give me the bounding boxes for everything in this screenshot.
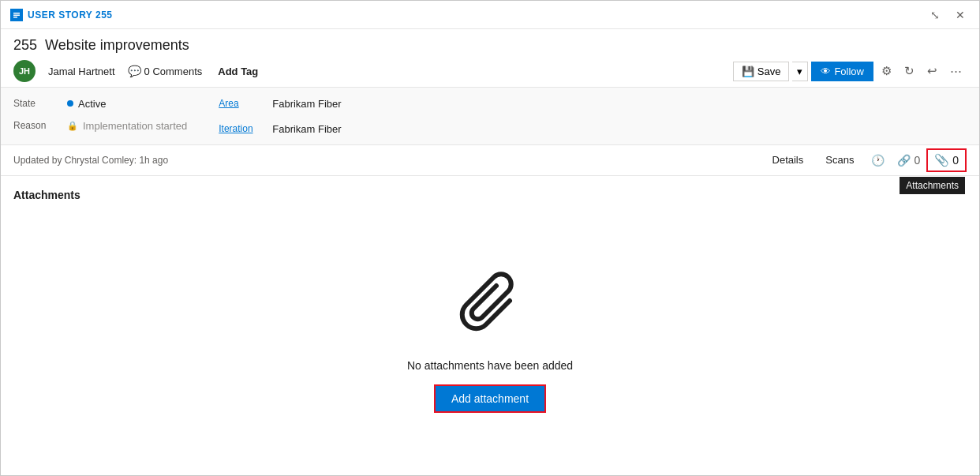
- fields-row: State Active Reason 🔒 Implementation sta…: [1, 88, 979, 145]
- follow-label: Follow: [834, 66, 864, 77]
- history-icon: 🕐: [871, 154, 885, 167]
- save-label: Save: [757, 66, 781, 77]
- comments-count: 0 Comments: [144, 66, 203, 77]
- attachments-tooltip: Attachments: [900, 177, 965, 194]
- empty-text: No attachments have been added: [407, 359, 573, 372]
- follow-button[interactable]: 👁 Follow: [811, 62, 873, 81]
- refresh-button[interactable]: ↻: [900, 61, 919, 81]
- title-bar-controls: ⤡ ✕: [926, 7, 970, 23]
- window: USER STORY 255 ⤡ ✕ 255 Website improveme…: [0, 0, 980, 476]
- svg-rect-2: [13, 14, 20, 16]
- comments-link[interactable]: 💬 0 Comments: [128, 65, 203, 77]
- story-icon: [10, 9, 23, 21]
- username: Jamal Hartnett: [48, 66, 115, 77]
- paperclip-icon: 📎: [934, 153, 949, 167]
- area-section: Area Fabrikam Fiber Iteration Fabrikam F…: [219, 88, 341, 144]
- area-label[interactable]: Area: [219, 98, 266, 109]
- save-dropdown-button[interactable]: ▾: [792, 62, 808, 81]
- state-row: State Active: [13, 92, 187, 114]
- history-tab[interactable]: 🕐: [865, 149, 891, 171]
- main-header: 255 Website improvements JH Jamal Hartne…: [1, 29, 979, 88]
- attachments-count: 0: [952, 154, 959, 167]
- iteration-label[interactable]: Iteration: [219, 123, 266, 134]
- reason-text: Implementation started: [83, 120, 187, 132]
- tab-details[interactable]: Details: [761, 149, 815, 172]
- save-button[interactable]: 💾 Save: [733, 62, 790, 81]
- tab-scans[interactable]: Scans: [814, 149, 865, 172]
- tab-header-row: Updated by Chrystal Comley: 1h ago Detai…: [1, 145, 979, 176]
- story-number: 255: [13, 37, 37, 54]
- reason-label: Reason: [13, 120, 61, 131]
- state-label: State: [13, 98, 61, 109]
- settings-button[interactable]: ⚙: [877, 61, 896, 81]
- reason-row: Reason 🔒 Implementation started: [13, 114, 187, 137]
- attachments-tab[interactable]: 📎 0 Attachments: [926, 148, 967, 172]
- state-value: Active: [67, 98, 106, 110]
- links-tab[interactable]: 🔗 0: [891, 149, 926, 171]
- iteration-row: Iteration Fabrikam Fiber: [219, 118, 341, 140]
- user-left: JH Jamal Hartnett 💬 0 Comments Add Tag: [13, 60, 261, 82]
- lock-icon: 🔒: [67, 121, 78, 131]
- eye-icon: 👁: [821, 66, 831, 77]
- svg-rect-1: [13, 13, 20, 14]
- story-name: Website improvements: [45, 37, 189, 54]
- attachment-empty-state: No attachments have been added Add attac…: [13, 217, 967, 463]
- link-icon: 🔗: [897, 154, 911, 167]
- state-text: Active: [78, 98, 106, 110]
- more-options-button[interactable]: ⋯: [945, 61, 967, 81]
- attachments-heading: Attachments: [13, 189, 80, 201]
- undo-button[interactable]: ↩: [922, 61, 942, 81]
- area-value: Fabrikam Fiber: [272, 98, 341, 110]
- title-bar-left: USER STORY 255: [10, 9, 113, 21]
- area-row: Area Fabrikam Fiber: [219, 92, 341, 114]
- avatar: JH: [13, 60, 36, 82]
- story-title-row: 255 Website improvements: [13, 37, 967, 54]
- comment-icon: 💬: [128, 65, 141, 77]
- state-dot: [67, 100, 73, 107]
- user-row: JH Jamal Hartnett 💬 0 Comments Add Tag 💾…: [13, 60, 967, 82]
- svg-rect-3: [13, 17, 17, 18]
- tabs-right: Details Scans 🕐 🔗 0 📎 0 Attachments: [761, 148, 967, 172]
- tab-area: Updated by Chrystal Comley: 1h ago Detai…: [1, 145, 979, 475]
- iteration-value: Fabrikam Fiber: [272, 123, 341, 135]
- links-count: 0: [914, 154, 920, 167]
- add-tag-button[interactable]: Add Tag: [215, 66, 261, 77]
- minimize-button[interactable]: ⤡: [926, 7, 944, 23]
- save-icon: 💾: [742, 66, 754, 77]
- state-section: State Active Reason 🔒 Implementation sta…: [13, 88, 187, 144]
- content-area: Attachments No attachments have been add…: [1, 176, 979, 475]
- close-button[interactable]: ✕: [951, 7, 970, 23]
- reason-value: 🔒 Implementation started: [67, 120, 187, 132]
- toolbar-right: 💾 Save ▾ 👁 Follow ⚙ ↻ ↩ ⋯: [733, 61, 967, 81]
- title-bar: USER STORY 255 ⤡ ✕: [1, 1, 979, 29]
- updated-text: Updated by Chrystal Comley: 1h ago: [13, 155, 168, 166]
- paperclip-large-icon: [451, 268, 529, 347]
- add-attachment-button[interactable]: Add attachment: [434, 384, 546, 413]
- title-label: USER STORY 255: [28, 9, 113, 21]
